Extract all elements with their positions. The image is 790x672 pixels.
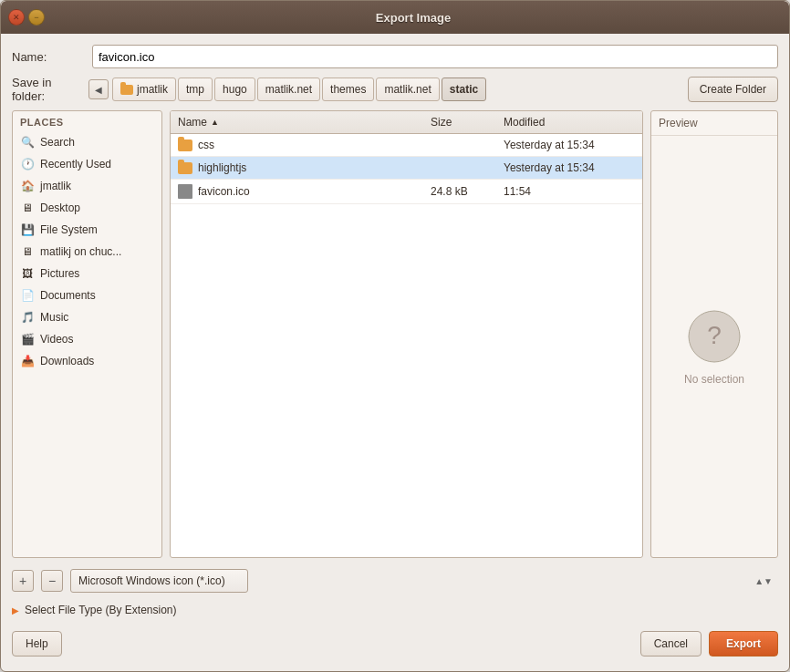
sidebar-label-videos: Videos <box>40 333 73 346</box>
file-name-highlightjs: highlightjs <box>171 160 423 176</box>
sidebar-label-jmatlik: jmatlik <box>40 180 71 192</box>
file-icon <box>178 184 192 199</box>
file-row-highlightjs[interactable]: highlightjs Yesterday at 15:34 <box>171 157 642 180</box>
sidebar-label-music: Music <box>40 311 68 324</box>
breadcrumb-back-button[interactable]: ◀ <box>88 79 109 99</box>
file-label-css: css <box>198 139 214 151</box>
file-size-css <box>423 143 496 147</box>
titlebar-title: Export Image <box>45 11 782 25</box>
svg-text:?: ? <box>707 321 722 349</box>
home-icon: 🏠 <box>20 179 35 193</box>
breadcrumb-label-themes: themes <box>330 83 366 96</box>
expander-arrow-icon: ▶ <box>12 605 19 615</box>
sidebar-item-recently-used[interactable]: 🕐 Recently Used <box>13 153 161 175</box>
bottom-bar: + − Microsoft Windows icon (*.ico) PNG i… <box>12 565 778 596</box>
recently-used-icon: 🕐 <box>20 157 35 171</box>
pictures-icon: 🖼 <box>20 266 35 281</box>
action-row: Help Cancel Export <box>12 624 778 660</box>
file-modified-css: Yesterday at 15:34 <box>496 137 642 153</box>
filetype-expander-label: Select File Type (By Extension) <box>25 604 177 616</box>
column-header-modified[interactable]: Modified <box>496 111 642 133</box>
filetype-select[interactable]: Microsoft Windows icon (*.ico) PNG image… <box>70 569 248 593</box>
sidebar-item-search[interactable]: 🔍 Search <box>13 131 161 153</box>
export-button[interactable]: Export <box>709 631 778 656</box>
breadcrumb-hugo[interactable]: hugo <box>214 78 255 101</box>
filetype-expander[interactable]: ▶ Select File Type (By Extension) <box>12 604 778 616</box>
filesystem-icon: 💾 <box>20 222 35 237</box>
dialog-content: Name: Save in folder: ◀ jmatlik tmp hugo… <box>1 34 789 671</box>
sidebar-label-pictures: Pictures <box>40 267 79 280</box>
column-name-label: Name <box>178 116 207 129</box>
file-modified-faviconico: 11:54 <box>496 183 642 200</box>
dialog: ✕ − Export Image Name: Save in folder: ◀… <box>0 0 790 672</box>
sidebar-item-desktop[interactable]: 🖥 Desktop <box>13 197 161 219</box>
column-header-name[interactable]: Name <box>171 111 423 133</box>
breadcrumb-matlik-net-1[interactable]: matlik.net <box>257 78 320 101</box>
file-list: css Yesterday at 15:34 highlightjs Yeste… <box>171 134 642 557</box>
name-row: Name: <box>12 45 778 68</box>
breadcrumb-row: Save in folder: ◀ jmatlik tmp hugo matli… <box>12 76 778 103</box>
breadcrumb-jmatlik[interactable]: jmatlik <box>112 78 176 101</box>
select-arrow-icon: ▲▼ <box>754 576 773 586</box>
breadcrumb-tmp[interactable]: tmp <box>178 78 213 101</box>
sidebar-label-filesystem: File System <box>40 223 98 236</box>
save-in-folder-label: Save in folder: <box>12 76 85 103</box>
sidebar-item-pictures[interactable]: 🖼 Pictures <box>13 263 161 284</box>
file-size-faviconico: 24.8 kB <box>423 183 496 200</box>
sidebar-item-downloads[interactable]: 📥 Downloads <box>13 350 161 372</box>
breadcrumb-label-tmp: tmp <box>186 83 204 96</box>
sidebar-item-videos[interactable]: 🎬 Videos <box>13 328 161 350</box>
downloads-icon: 📥 <box>20 354 35 368</box>
sidebar-item-documents[interactable]: 📄 Documents <box>13 284 161 306</box>
minimize-button[interactable]: − <box>28 9 45 26</box>
column-size-label: Size <box>431 116 452 129</box>
breadcrumb-static[interactable]: static <box>442 78 486 101</box>
folder-icon <box>120 85 133 95</box>
sidebar-item-matlikj[interactable]: 🖥 matlikj on chuc... <box>13 241 161 263</box>
name-label: Name: <box>12 50 85 64</box>
breadcrumb-label-matlik-net-2: matlik.net <box>384 83 431 96</box>
titlebar: ✕ − Export Image <box>1 1 789 34</box>
add-place-button[interactable]: + <box>12 570 34 592</box>
sidebar-label-matlikj: matlikj on chuc... <box>40 245 121 258</box>
sidebar-item-music[interactable]: 🎵 Music <box>13 306 161 328</box>
no-selection-label: No selection <box>684 373 744 386</box>
help-button[interactable]: Help <box>12 631 62 656</box>
sidebar-label-desktop: Desktop <box>40 202 80 214</box>
file-row-faviconico[interactable]: favicon.ico 24.8 kB 11:54 <box>171 180 642 204</box>
cancel-button[interactable]: Cancel <box>640 631 702 656</box>
preview-panel: Preview ? No selection <box>650 110 778 558</box>
file-row-css[interactable]: css Yesterday at 15:34 <box>171 134 642 157</box>
file-label-faviconico: favicon.ico <box>198 185 250 198</box>
main-area: Places 🔍 Search 🕐 Recently Used 🏠 jmatli… <box>12 110 778 558</box>
preview-icon: ? <box>685 307 743 366</box>
close-button[interactable]: ✕ <box>8 9 25 26</box>
sidebar-label-search: Search <box>40 136 75 149</box>
column-modified-label: Modified <box>504 116 545 129</box>
remove-place-button[interactable]: − <box>41 570 63 592</box>
file-label-highlightjs: highlightjs <box>198 161 246 174</box>
documents-icon: 📄 <box>20 288 35 303</box>
sidebar-item-jmatlik[interactable]: 🏠 jmatlik <box>13 175 161 197</box>
breadcrumb-label-jmatlik: jmatlik <box>137 83 168 96</box>
search-icon: 🔍 <box>20 135 35 150</box>
filetype-select-wrapper: Microsoft Windows icon (*.ico) PNG image… <box>70 569 778 593</box>
sidebar-item-filesystem[interactable]: 💾 File System <box>13 219 161 241</box>
sidebar-label-documents: Documents <box>40 289 96 302</box>
filename-input[interactable] <box>92 45 778 68</box>
file-panel: Name Size Modified css <box>170 110 643 558</box>
file-size-highlightjs <box>423 166 496 170</box>
places-panel: Places 🔍 Search 🕐 Recently Used 🏠 jmatli… <box>12 110 162 558</box>
places-header: Places <box>13 111 161 131</box>
breadcrumb-label-matlik-net-1: matlik.net <box>265 83 312 96</box>
column-header-size[interactable]: Size <box>423 111 496 133</box>
create-folder-button[interactable]: Create Folder <box>688 77 778 102</box>
preview-content: ? No selection <box>684 136 744 557</box>
folder-icon <box>178 140 192 151</box>
file-name-faviconico: favicon.ico <box>171 182 423 201</box>
network-icon: 🖥 <box>20 244 35 259</box>
videos-icon: 🎬 <box>20 332 35 346</box>
folder-icon <box>178 162 192 174</box>
breadcrumb-themes[interactable]: themes <box>322 78 374 101</box>
breadcrumb-matlik-net-2[interactable]: matlik.net <box>376 78 439 101</box>
